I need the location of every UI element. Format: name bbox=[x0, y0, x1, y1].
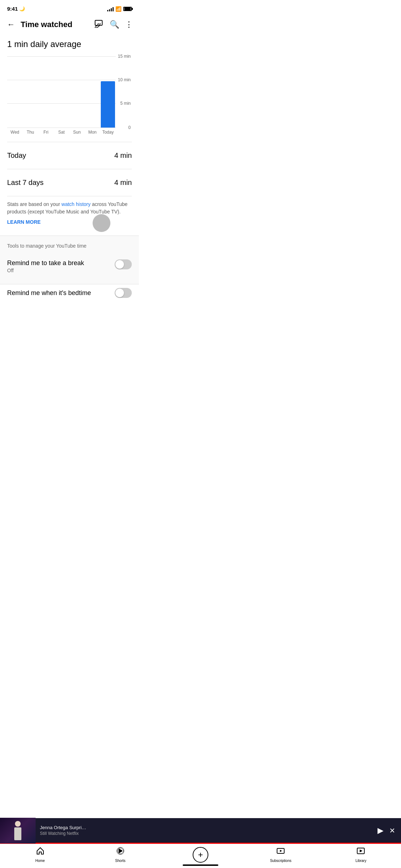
x-label-wed: Wed bbox=[8, 130, 22, 135]
x-label-today: Today bbox=[101, 130, 115, 135]
svg-rect-0 bbox=[95, 20, 102, 25]
x-label-mon: Mon bbox=[85, 130, 100, 135]
grid-label-10: 10 min bbox=[118, 77, 131, 82]
search-icon[interactable]: 🔍 bbox=[110, 20, 119, 29]
bar-today bbox=[101, 81, 115, 128]
x-label-thu: Thu bbox=[23, 130, 37, 135]
today-value: 4 min bbox=[114, 151, 132, 160]
daily-average-text: 1 min daily average bbox=[7, 39, 132, 49]
today-label: Today bbox=[7, 151, 26, 160]
chart-grid: 15 min 10 min 5 min 0 bbox=[7, 56, 116, 128]
remind-break-row: Remind me to take a break Off bbox=[7, 256, 132, 277]
page-title: Time watched bbox=[21, 20, 90, 29]
main-content: 1 min daily average 15 min 10 min 5 min … bbox=[0, 33, 139, 236]
last7days-stat-row: Last 7 days 4 min bbox=[7, 174, 132, 192]
remind-break-status: Off bbox=[7, 268, 115, 273]
grid-label-15: 15 min bbox=[118, 54, 131, 59]
status-time: 9:41 bbox=[7, 6, 18, 12]
bedtime-toggle-knob bbox=[115, 289, 124, 297]
toggle-knob bbox=[115, 260, 124, 269]
signal-icon bbox=[107, 6, 114, 11]
tools-section: Tools to manage your YouTube time Remind… bbox=[0, 236, 139, 284]
back-button[interactable]: ← bbox=[6, 19, 16, 31]
remind-break-info: Remind me to take a break Off bbox=[7, 259, 115, 273]
top-nav: ← Time watched 🔍 ⋮ bbox=[0, 16, 139, 33]
x-label-fri: Fri bbox=[39, 130, 53, 135]
svg-point-1 bbox=[95, 27, 96, 28]
grid-line-0: 0 bbox=[7, 128, 116, 128]
tools-title: Tools to manage your YouTube time bbox=[7, 243, 132, 249]
nav-icons: 🔍 ⋮ bbox=[95, 20, 133, 29]
battery-icon bbox=[123, 7, 132, 11]
watch-history-link[interactable]: watch history bbox=[62, 201, 91, 207]
wifi-icon: 📶 bbox=[115, 6, 121, 12]
last7days-label: Last 7 days bbox=[7, 179, 43, 187]
learn-more-link[interactable]: LEARN MORE bbox=[7, 219, 132, 225]
circle-decoration bbox=[93, 214, 110, 232]
x-label-sun: Sun bbox=[70, 130, 84, 135]
info-text: Stats are based on your watch history ac… bbox=[7, 201, 132, 216]
bedtime-text: Remind me when it's bedtime bbox=[7, 289, 91, 297]
today-stat-row: Today 4 min bbox=[7, 146, 132, 165]
status-bar: 9:41 🌙 📶 bbox=[0, 0, 139, 16]
divider-1 bbox=[7, 142, 132, 142]
chart-bars bbox=[7, 56, 116, 128]
divider-3 bbox=[7, 196, 132, 196]
remind-break-toggle[interactable] bbox=[115, 259, 132, 269]
x-label-sat: Sat bbox=[54, 130, 68, 135]
bedtime-row: Remind me when it's bedtime bbox=[0, 284, 139, 301]
divider-2 bbox=[7, 169, 132, 169]
info-section: Stats are based on your watch history ac… bbox=[7, 201, 132, 236]
grid-label-0: 0 bbox=[128, 125, 131, 130]
chart-x-labels: Wed Thu Fri Sat Sun Mon Today bbox=[7, 130, 116, 135]
moon-icon: 🌙 bbox=[19, 6, 25, 11]
bedtime-toggle[interactable] bbox=[115, 288, 132, 298]
cast-icon[interactable] bbox=[95, 20, 104, 29]
remind-break-name: Remind me to take a break bbox=[7, 259, 115, 267]
grid-label-5: 5 min bbox=[120, 101, 131, 106]
last7days-value: 4 min bbox=[114, 179, 132, 187]
chart-container: 15 min 10 min 5 min 0 bbox=[7, 56, 132, 135]
more-icon[interactable]: ⋮ bbox=[125, 20, 133, 29]
status-icons: 📶 bbox=[107, 6, 132, 12]
